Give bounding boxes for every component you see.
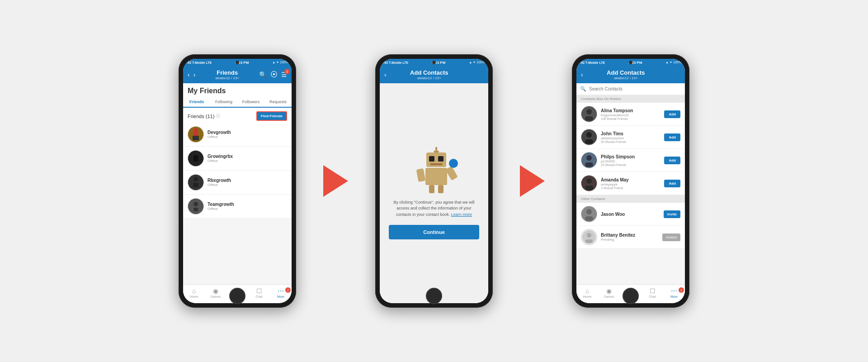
friend-info-devgrowth: Devgrowth Offline bbox=[208, 130, 231, 139]
svg-rect-24 bbox=[438, 185, 443, 193]
home-button-1[interactable] bbox=[229, 288, 245, 304]
more-badge-3: 2 bbox=[679, 287, 684, 293]
friend-info-rbxgrowth: Rbxgrowth Offline bbox=[208, 178, 231, 187]
arrow-2 bbox=[520, 165, 545, 197]
phone-camera-1 bbox=[236, 61, 239, 64]
header-title-2: Add Contacts akiabo12 / 13+ bbox=[387, 69, 471, 80]
learn-more-link[interactable]: Learn more bbox=[451, 212, 472, 217]
header-title-text-3: Add Contacts bbox=[584, 69, 668, 76]
svg-rect-20 bbox=[445, 166, 458, 181]
tab-followers[interactable]: Followers bbox=[237, 97, 264, 108]
more-label-1: More bbox=[277, 295, 284, 298]
nav-chat-3[interactable]: ☐ Chat bbox=[642, 286, 663, 301]
nav-games-1[interactable]: ◉ Games bbox=[205, 286, 226, 301]
add-button-amanda[interactable]: Add bbox=[664, 180, 680, 187]
svg-rect-36 bbox=[585, 186, 593, 190]
contact-info-john: John Tims alisishooozt34 90 Mutual Frien… bbox=[601, 131, 660, 143]
contact-john: John Tims alisishooozt34 90 Mutual Frien… bbox=[576, 126, 685, 149]
avatar-brittany bbox=[581, 229, 597, 245]
search-icon-1[interactable]: 🔍 bbox=[258, 70, 268, 79]
phone-2-wrapper: -92 T-Mobile LTE 3:23 PM ▲ ✦ 100% ‹ Add … bbox=[375, 54, 493, 308]
games-label-1: Games bbox=[211, 295, 221, 298]
svg-point-7 bbox=[193, 177, 198, 181]
nav-more-3[interactable]: ⋯ More 2 bbox=[663, 286, 685, 301]
phone-3: -92 T-Mobile LTE 3:23 PM ▲ ✦ 100% ‹ Add … bbox=[572, 54, 689, 308]
back-icon-2[interactable]: ‹ bbox=[383, 70, 387, 79]
avatar-philps bbox=[581, 152, 597, 168]
tab-following[interactable]: Following bbox=[210, 97, 237, 108]
contact-username-amanda: amayayya bbox=[601, 182, 660, 186]
consent-text: By clicking "Continue", you agree that w… bbox=[389, 200, 479, 218]
contact-mutual-philps: 25 Mutual Friends bbox=[601, 163, 660, 167]
contact-info-philps: Philps Simpson p12h000 25 Mutual Friends bbox=[601, 154, 660, 167]
friend-status-growingrbx: Offline bbox=[208, 159, 233, 163]
add-button-john[interactable]: Add bbox=[664, 133, 680, 141]
home-icon-1: ⌂ bbox=[192, 287, 196, 295]
friend-name-devgrowth: Devgrowth bbox=[208, 130, 231, 135]
phone-camera-2 bbox=[432, 61, 436, 64]
phone-camera-3 bbox=[629, 61, 632, 64]
back-icon-3[interactable]: ‹ bbox=[580, 70, 584, 79]
svg-point-26 bbox=[586, 109, 592, 114]
contact-mutual-amanda: 1 Mutual Friend bbox=[601, 186, 660, 190]
avatar-icon-1[interactable]: ⦿ bbox=[269, 70, 278, 80]
tab-friends[interactable]: Friends bbox=[183, 97, 210, 108]
contact-info-alina: Alina Tompson frogonvacation33 100 Mutua… bbox=[601, 108, 660, 120]
menu-icon-wrapper-1: ☰ 3 bbox=[280, 71, 288, 79]
nav-home-1[interactable]: ⌂ Home bbox=[183, 286, 205, 301]
phone-screen-2: -92 T-Mobile LTE 3:23 PM ▲ ✦ 100% ‹ Add … bbox=[380, 59, 488, 303]
home-label-3: Home bbox=[583, 295, 592, 298]
home-button-3[interactable] bbox=[623, 288, 639, 304]
contact-info-brittany: Brittany Benitez Pending bbox=[601, 233, 659, 242]
friend-name-growingrbx: Growingrbx bbox=[208, 154, 233, 159]
friend-info-growingrbx: Growingrbx Offline bbox=[208, 154, 233, 163]
back-icon-1[interactable]: ‹ bbox=[187, 70, 191, 79]
robot-svg: 👤 bbox=[414, 147, 459, 197]
status-carrier-3: -92 T-Mobile LTE bbox=[580, 61, 605, 64]
header-right-1: 🔍 ⦿ ☰ 3 bbox=[258, 70, 288, 80]
more-badge-1: 2 bbox=[285, 287, 291, 293]
invite-button-jason[interactable]: Invite bbox=[664, 210, 680, 218]
contact-name-philps: Philps Simpson bbox=[601, 154, 660, 159]
header-subtitle-3: akiabo12 / 13+ bbox=[584, 76, 668, 80]
phone-3-wrapper: -92 T-Mobile LTE 3:23 PM ▲ ✦ 100% ‹ Add … bbox=[572, 54, 689, 308]
nav-home-3[interactable]: ⌂ Home bbox=[576, 286, 598, 301]
robot-illustration: 👤 bbox=[414, 147, 454, 192]
contact-name-amanda: Amanda May bbox=[601, 177, 660, 182]
search-contacts-input[interactable] bbox=[589, 86, 681, 91]
contact-jason: Jason Woo Invite bbox=[576, 203, 685, 226]
nav-games-3[interactable]: ◉ Games bbox=[598, 286, 620, 301]
chat-icon-3: ☐ bbox=[650, 287, 656, 295]
contact-info-amanda: Amanda May amayayya 1 Mutual Friend bbox=[601, 177, 660, 190]
svg-rect-27 bbox=[585, 116, 593, 121]
avatar-jason bbox=[581, 206, 597, 222]
home-label-1: Home bbox=[190, 295, 198, 298]
find-friends-button[interactable]: Find Friends bbox=[256, 111, 287, 121]
add-button-alina[interactable]: Add bbox=[664, 110, 680, 118]
nav-more-1[interactable]: ⋯ More 2 bbox=[270, 286, 292, 301]
svg-point-41 bbox=[587, 233, 591, 238]
info-icon: ⓘ bbox=[216, 113, 220, 119]
forward-icon-1[interactable]: › bbox=[193, 70, 197, 79]
continue-button[interactable]: Continue bbox=[389, 225, 479, 239]
more-icon-3: ⋯ bbox=[671, 287, 677, 295]
contact-username-john: alisishooozt34 bbox=[601, 136, 660, 140]
home-button-2[interactable] bbox=[426, 288, 442, 304]
svg-rect-13 bbox=[434, 151, 439, 152]
section-label-roblox: Contacts Also On Roblox bbox=[576, 95, 685, 103]
svg-rect-2 bbox=[193, 136, 199, 140]
svg-text:👤: 👤 bbox=[451, 160, 458, 167]
svg-rect-39 bbox=[585, 216, 593, 221]
tab-requests[interactable]: Requests bbox=[264, 97, 292, 108]
svg-point-10 bbox=[193, 202, 198, 206]
header-subtitle-1: akiabo12 / 13+ bbox=[196, 76, 258, 80]
my-friends-title: My Friends bbox=[183, 83, 292, 97]
add-button-philps[interactable]: Add bbox=[664, 157, 680, 164]
invited-button-brittany[interactable]: Invited bbox=[662, 233, 680, 241]
nav-chat-1[interactable]: ☐ Chat bbox=[248, 286, 270, 301]
contact-mutual-alina: 100 Mutual Friends bbox=[601, 117, 660, 120]
svg-point-35 bbox=[586, 178, 592, 184]
friend-item-growingrbx: Growingrbx Offline bbox=[183, 147, 292, 171]
contact-status-brittany: Pending bbox=[601, 238, 659, 242]
svg-rect-15 bbox=[429, 156, 434, 162]
